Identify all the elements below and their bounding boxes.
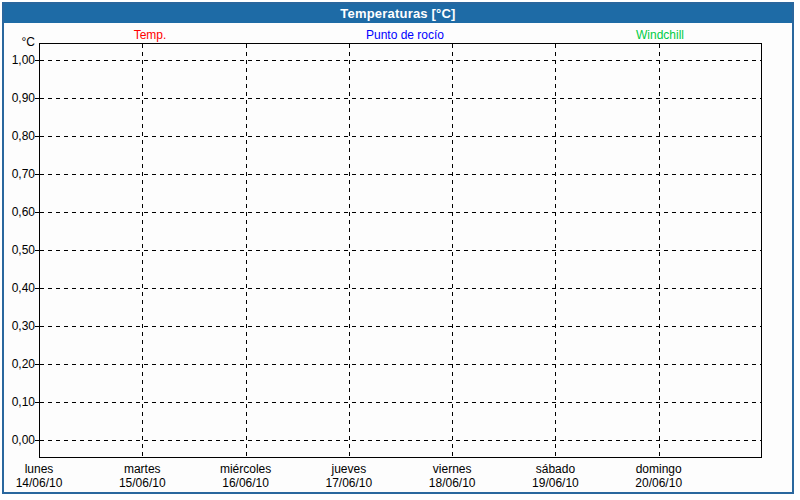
x-day-label: sábado — [536, 463, 575, 476]
h-gridline — [40, 60, 761, 61]
y-axis-unit: °C — [4, 36, 35, 49]
chart-window: Temperaturas [°C] Temp.Punto de rocíoWin… — [2, 2, 794, 494]
x-date-label: 16/06/10 — [222, 477, 269, 490]
x-date-label: 17/06/10 — [325, 477, 372, 490]
chart-title: Temperaturas [°C] — [340, 6, 455, 21]
y-tick-label: 0,40 — [4, 281, 35, 295]
v-gridline — [142, 44, 143, 457]
h-gridline — [40, 212, 761, 213]
y-tick-label: 0,20 — [4, 357, 35, 371]
x-day-label: viernes — [433, 463, 472, 476]
y-tick-label: 0,60 — [4, 205, 35, 219]
y-tick-mark — [35, 402, 39, 403]
y-tick-mark — [35, 250, 39, 251]
v-gridline — [659, 44, 660, 457]
y-tick-label: 0,90 — [4, 91, 35, 105]
h-gridline — [40, 136, 761, 137]
x-date-label: 15/06/10 — [119, 477, 166, 490]
h-gridline — [40, 98, 761, 99]
h-gridline — [40, 364, 761, 365]
y-tick-mark — [35, 98, 39, 99]
h-gridline — [40, 174, 761, 175]
y-tick-mark — [35, 212, 39, 213]
plot-area — [39, 43, 762, 458]
y-tick-label: 1,00 — [4, 53, 35, 67]
y-tick-label: 0,70 — [4, 167, 35, 181]
y-tick-label: 0,10 — [4, 395, 35, 409]
y-tick-mark — [35, 364, 39, 365]
y-tick-mark — [35, 326, 39, 327]
y-tick-label: 0,30 — [4, 319, 35, 333]
x-date-label: 18/06/10 — [429, 477, 476, 490]
x-date-label: 19/06/10 — [532, 477, 579, 490]
h-gridline — [40, 402, 761, 403]
v-gridline — [349, 44, 350, 457]
x-date-label: 14/06/10 — [16, 477, 63, 490]
y-tick-label: 0,00 — [4, 433, 35, 447]
y-tick-label: 0,50 — [4, 243, 35, 257]
x-day-label: miércoles — [220, 463, 271, 476]
title-bar: Temperaturas [°C] — [4, 4, 792, 23]
y-tick-mark — [35, 60, 39, 61]
legend-item-0: Temp. — [134, 28, 167, 42]
h-gridline — [40, 326, 761, 327]
v-gridline — [246, 44, 247, 457]
h-gridline — [40, 288, 761, 289]
v-gridline — [555, 44, 556, 457]
v-gridline — [452, 44, 453, 457]
x-day-label: domingo — [636, 463, 682, 476]
legend-item-2: Windchill — [636, 28, 684, 42]
x-date-label: 20/06/10 — [635, 477, 682, 490]
y-tick-mark — [35, 440, 39, 441]
x-day-label: martes — [124, 463, 161, 476]
y-tick-mark — [35, 174, 39, 175]
legend-item-1: Punto de rocío — [366, 28, 444, 42]
h-gridline — [40, 440, 761, 441]
y-tick-mark — [35, 136, 39, 137]
h-gridline — [40, 250, 761, 251]
x-day-label: lunes — [25, 463, 54, 476]
y-tick-label: 0,80 — [4, 129, 35, 143]
x-day-label: jueves — [332, 463, 367, 476]
y-tick-mark — [35, 288, 39, 289]
